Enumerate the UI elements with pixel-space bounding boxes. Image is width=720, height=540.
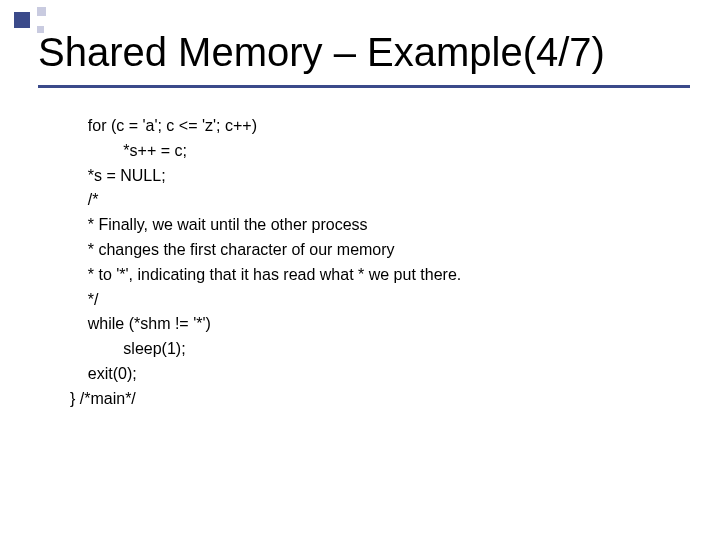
code-line: } /*main*/ <box>70 387 690 412</box>
code-block: for (c = 'a'; c <= 'z'; c++) *s++ = c; *… <box>0 88 720 412</box>
code-line: *s = NULL; <box>70 164 690 189</box>
slide-title: Shared Memory – Example(4/7) <box>38 30 690 75</box>
code-line: exit(0); <box>70 362 690 387</box>
code-line: * Finally, we wait until the other proce… <box>70 213 690 238</box>
code-line: sleep(1); <box>70 337 690 362</box>
code-line: * changes the first character of our mem… <box>70 238 690 263</box>
code-line: */ <box>70 288 690 313</box>
code-line: for (c = 'a'; c <= 'z'; c++) <box>70 114 690 139</box>
code-line: while (*shm != '*') <box>70 312 690 337</box>
title-area: Shared Memory – Example(4/7) <box>0 0 720 79</box>
code-line: * to '*', indicating that it has read wh… <box>70 263 690 288</box>
code-line: /* <box>70 188 690 213</box>
code-line: *s++ = c; <box>70 139 690 164</box>
